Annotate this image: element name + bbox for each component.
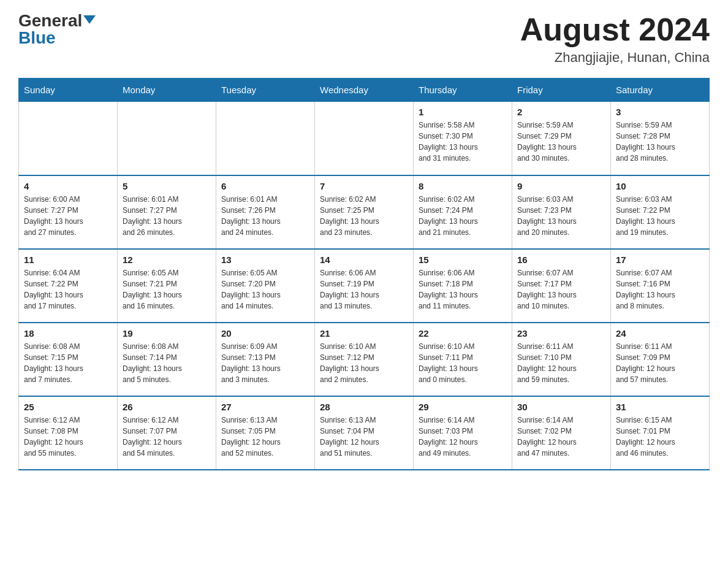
logo-blue-text: Blue <box>18 29 56 47</box>
day-info: Sunrise: 6:10 AM Sunset: 7:12 PM Dayligh… <box>320 341 408 385</box>
day-info: Sunrise: 6:13 AM Sunset: 7:05 PM Dayligh… <box>221 415 309 459</box>
day-number: 10 <box>616 181 704 191</box>
calendar-cell: 9Sunrise: 6:03 AM Sunset: 7:23 PM Daylig… <box>512 175 611 249</box>
calendar-cell: 30Sunrise: 6:14 AM Sunset: 7:02 PM Dayli… <box>512 396 611 470</box>
day-info: Sunrise: 6:04 AM Sunset: 7:22 PM Dayligh… <box>24 267 112 312</box>
calendar-cell: 4Sunrise: 6:00 AM Sunset: 7:27 PM Daylig… <box>19 175 118 249</box>
day-number: 14 <box>320 255 408 265</box>
day-number: 2 <box>517 107 605 117</box>
day-number: 29 <box>419 402 507 412</box>
calendar-cell: 12Sunrise: 6:05 AM Sunset: 7:21 PM Dayli… <box>118 249 216 323</box>
logo: General Blue <box>18 12 96 47</box>
calendar-cell <box>216 102 315 175</box>
day-info: Sunrise: 6:11 AM Sunset: 7:09 PM Dayligh… <box>616 341 704 385</box>
calendar-cell <box>315 102 414 175</box>
day-number: 13 <box>221 255 309 265</box>
day-number: 17 <box>616 255 704 265</box>
calendar-cell: 5Sunrise: 6:01 AM Sunset: 7:27 PM Daylig… <box>118 175 216 249</box>
calendar-cell: 13Sunrise: 6:05 AM Sunset: 7:20 PM Dayli… <box>216 249 315 323</box>
calendar-cell: 29Sunrise: 6:14 AM Sunset: 7:03 PM Dayli… <box>414 396 512 470</box>
calendar-cell: 2Sunrise: 5:59 AM Sunset: 7:29 PM Daylig… <box>512 102 611 175</box>
day-info: Sunrise: 6:15 AM Sunset: 7:01 PM Dayligh… <box>616 415 704 459</box>
logo-triangle-icon <box>83 15 96 24</box>
day-info: Sunrise: 6:07 AM Sunset: 7:16 PM Dayligh… <box>616 267 704 312</box>
day-number: 27 <box>221 402 309 412</box>
day-number: 1 <box>419 107 507 117</box>
day-info: Sunrise: 6:06 AM Sunset: 7:19 PM Dayligh… <box>320 267 408 312</box>
calendar-cell: 21Sunrise: 6:10 AM Sunset: 7:12 PM Dayli… <box>315 323 414 396</box>
col-header-sunday: Sunday <box>19 79 118 102</box>
day-number: 8 <box>419 181 507 191</box>
calendar-cell: 22Sunrise: 6:10 AM Sunset: 7:11 PM Dayli… <box>414 323 512 396</box>
calendar-cell: 20Sunrise: 6:09 AM Sunset: 7:13 PM Dayli… <box>216 323 315 396</box>
calendar-cell: 23Sunrise: 6:11 AM Sunset: 7:10 PM Dayli… <box>512 323 611 396</box>
day-number: 19 <box>123 328 211 339</box>
calendar-cell: 7Sunrise: 6:02 AM Sunset: 7:25 PM Daylig… <box>315 175 414 249</box>
calendar-cell: 6Sunrise: 6:01 AM Sunset: 7:26 PM Daylig… <box>216 175 315 249</box>
day-info: Sunrise: 6:07 AM Sunset: 7:17 PM Dayligh… <box>517 267 605 312</box>
day-number: 24 <box>616 328 704 339</box>
col-header-thursday: Thursday <box>414 79 512 102</box>
day-number: 11 <box>24 255 112 265</box>
page-header: General Blue August 2024 Zhangjiajie, Hu… <box>18 12 710 66</box>
calendar-week-row: 18Sunrise: 6:08 AM Sunset: 7:15 PM Dayli… <box>19 323 710 396</box>
calendar-week-row: 1Sunrise: 5:58 AM Sunset: 7:30 PM Daylig… <box>19 102 710 175</box>
day-number: 16 <box>517 255 605 265</box>
calendar-table: SundayMondayTuesdayWednesdayThursdayFrid… <box>18 78 710 470</box>
day-info: Sunrise: 6:08 AM Sunset: 7:15 PM Dayligh… <box>24 341 112 385</box>
day-number: 25 <box>24 402 112 412</box>
calendar-cell: 14Sunrise: 6:06 AM Sunset: 7:19 PM Dayli… <box>315 249 414 323</box>
calendar-cell: 16Sunrise: 6:07 AM Sunset: 7:17 PM Dayli… <box>512 249 611 323</box>
day-info: Sunrise: 6:02 AM Sunset: 7:24 PM Dayligh… <box>419 194 507 238</box>
title-area: August 2024 Zhangjiajie, Hunan, China <box>520 12 710 66</box>
logo-general-text: General <box>18 12 82 29</box>
day-number: 15 <box>419 255 507 265</box>
col-header-friday: Friday <box>512 79 611 102</box>
day-info: Sunrise: 6:02 AM Sunset: 7:25 PM Dayligh… <box>320 194 408 238</box>
calendar-cell <box>118 102 216 175</box>
day-number: 12 <box>123 255 211 265</box>
day-info: Sunrise: 6:10 AM Sunset: 7:11 PM Dayligh… <box>419 341 507 385</box>
day-number: 6 <box>221 181 309 191</box>
day-number: 4 <box>24 181 112 191</box>
month-title: August 2024 <box>520 12 710 47</box>
day-info: Sunrise: 5:59 AM Sunset: 7:29 PM Dayligh… <box>517 120 605 164</box>
col-header-monday: Monday <box>118 79 216 102</box>
day-number: 30 <box>517 402 605 412</box>
calendar-cell: 11Sunrise: 6:04 AM Sunset: 7:22 PM Dayli… <box>19 249 118 323</box>
day-number: 20 <box>221 328 309 339</box>
calendar-week-row: 11Sunrise: 6:04 AM Sunset: 7:22 PM Dayli… <box>19 249 710 323</box>
day-number: 5 <box>123 181 211 191</box>
calendar-cell: 8Sunrise: 6:02 AM Sunset: 7:24 PM Daylig… <box>414 175 512 249</box>
day-info: Sunrise: 6:06 AM Sunset: 7:18 PM Dayligh… <box>419 267 507 312</box>
calendar-header-row: SundayMondayTuesdayWednesdayThursdayFrid… <box>19 79 710 102</box>
location-title: Zhangjiajie, Hunan, China <box>520 50 710 66</box>
day-info: Sunrise: 6:13 AM Sunset: 7:04 PM Dayligh… <box>320 415 408 459</box>
calendar-week-row: 25Sunrise: 6:12 AM Sunset: 7:08 PM Dayli… <box>19 396 710 470</box>
day-info: Sunrise: 6:12 AM Sunset: 7:08 PM Dayligh… <box>24 415 112 459</box>
day-number: 18 <box>24 328 112 339</box>
day-number: 7 <box>320 181 408 191</box>
day-info: Sunrise: 6:11 AM Sunset: 7:10 PM Dayligh… <box>517 341 605 385</box>
day-number: 21 <box>320 328 408 339</box>
day-info: Sunrise: 6:01 AM Sunset: 7:27 PM Dayligh… <box>123 194 211 238</box>
day-info: Sunrise: 6:03 AM Sunset: 7:22 PM Dayligh… <box>616 194 704 238</box>
calendar-cell: 18Sunrise: 6:08 AM Sunset: 7:15 PM Dayli… <box>19 323 118 396</box>
day-info: Sunrise: 6:01 AM Sunset: 7:26 PM Dayligh… <box>221 194 309 238</box>
calendar-week-row: 4Sunrise: 6:00 AM Sunset: 7:27 PM Daylig… <box>19 175 710 249</box>
day-info: Sunrise: 6:09 AM Sunset: 7:13 PM Dayligh… <box>221 341 309 385</box>
day-info: Sunrise: 6:03 AM Sunset: 7:23 PM Dayligh… <box>517 194 605 238</box>
col-header-saturday: Saturday <box>611 79 710 102</box>
calendar-cell: 10Sunrise: 6:03 AM Sunset: 7:22 PM Dayli… <box>611 175 710 249</box>
day-number: 22 <box>419 328 507 339</box>
calendar-cell: 3Sunrise: 5:59 AM Sunset: 7:28 PM Daylig… <box>611 102 710 175</box>
calendar-cell: 25Sunrise: 6:12 AM Sunset: 7:08 PM Dayli… <box>19 396 118 470</box>
calendar-cell: 19Sunrise: 6:08 AM Sunset: 7:14 PM Dayli… <box>118 323 216 396</box>
calendar-cell: 31Sunrise: 6:15 AM Sunset: 7:01 PM Dayli… <box>611 396 710 470</box>
calendar-cell: 1Sunrise: 5:58 AM Sunset: 7:30 PM Daylig… <box>414 102 512 175</box>
day-info: Sunrise: 6:05 AM Sunset: 7:21 PM Dayligh… <box>123 267 211 312</box>
calendar-cell: 27Sunrise: 6:13 AM Sunset: 7:05 PM Dayli… <box>216 396 315 470</box>
calendar-cell <box>19 102 118 175</box>
day-info: Sunrise: 5:58 AM Sunset: 7:30 PM Dayligh… <box>419 120 507 164</box>
day-info: Sunrise: 6:14 AM Sunset: 7:02 PM Dayligh… <box>517 415 605 459</box>
